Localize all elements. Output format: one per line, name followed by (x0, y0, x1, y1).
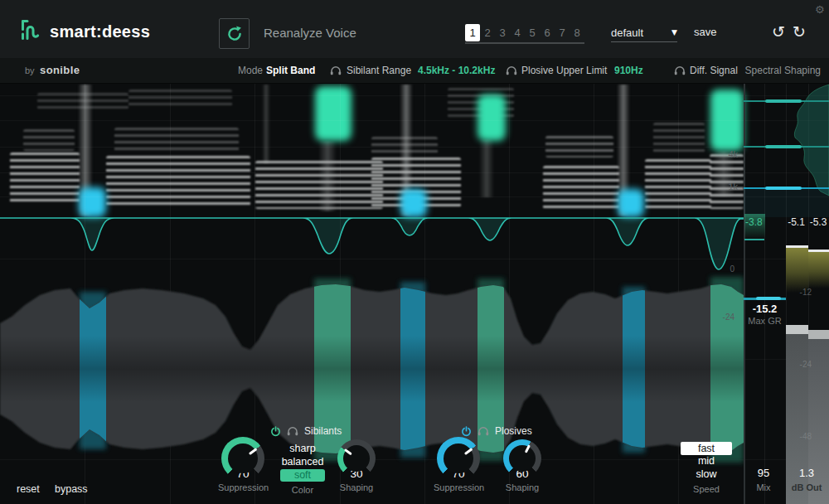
meter-left-value: -5.1 (784, 216, 808, 228)
reset-button[interactable]: reset (17, 483, 40, 495)
app-title: smart:deess (50, 22, 150, 41)
plosives-shaping-label: Shaping (497, 482, 547, 492)
preset-value: default (611, 27, 643, 39)
settings-gear-icon[interactable]: ⚙ (815, 3, 825, 16)
page-tab-3[interactable]: 3 (495, 24, 510, 41)
sibilant-highlight (315, 86, 351, 141)
plosives-shaping-knob[interactable] (503, 439, 541, 477)
diff-signal-label[interactable]: Diff. Signal (690, 65, 738, 76)
mode-label: Mode (238, 65, 263, 76)
by-label: by (25, 65, 35, 75)
page-tab-7[interactable]: 7 (555, 24, 570, 41)
reanalyze-icon (225, 25, 244, 43)
page-tab-2[interactable]: 2 (480, 24, 495, 41)
plosives-suppression-label: Suppression (434, 482, 483, 492)
meter-left-fill (786, 248, 808, 293)
plosive-limit-label: Plosive Upper Limit (521, 65, 607, 76)
plosive-headphone-icon[interactable] (506, 65, 517, 75)
sibilant-highlight (478, 94, 506, 141)
plosives-listen-icon[interactable] (478, 426, 489, 436)
mix-label: Mix (744, 482, 783, 492)
speed-option-mid[interactable]: mid (679, 455, 734, 468)
max-gr-handle[interactable] (756, 297, 781, 300)
reanalyze-label: Reanalyze Voice (264, 26, 356, 40)
meter-scale-minus12: -12 (792, 288, 812, 297)
db-label-0: 0 (715, 264, 734, 274)
diff-signal-headphone-icon[interactable] (674, 65, 686, 75)
max-gr-value: -15.2 (744, 303, 786, 315)
reanalyze-button[interactable] (219, 18, 250, 49)
max-gr-label: Max GR (744, 316, 786, 326)
page-selector-underline (465, 42, 584, 44)
mode-value[interactable]: Split Band (266, 65, 315, 76)
page-tab-6[interactable]: 6 (540, 24, 555, 41)
sibilants-suppression-label: Suppression (218, 482, 268, 492)
color-option-balanced[interactable]: balanced (275, 456, 330, 469)
page-tab-1[interactable]: 1 (465, 24, 480, 41)
color-option-soft[interactable]: soft (280, 469, 325, 482)
spectral-shaping-label: Spectral Shaping (745, 65, 821, 76)
speed-option-fast[interactable]: fast (681, 442, 732, 455)
sibilants-power-icon[interactable] (270, 426, 281, 437)
output-label: dB Out (786, 482, 827, 492)
color-option-sharp[interactable]: sharp (275, 443, 330, 456)
sibilants-label: Sibilants (304, 425, 342, 437)
save-button[interactable]: save (694, 26, 716, 38)
gr-readout: -3.8 (745, 216, 763, 228)
mix-value[interactable]: 95 (744, 467, 783, 479)
sibilant-headphone-icon[interactable] (330, 65, 342, 75)
info-bar: by sonible Mode Split Band Sibilant Rang… (0, 58, 829, 84)
freq-label-4k: 4k (713, 149, 738, 159)
sibilants-header: Sibilants (270, 425, 342, 437)
shaping-band-mid-handle[interactable] (765, 145, 802, 148)
preset-select[interactable]: default ▼ (611, 23, 677, 42)
speed-label: Speed (679, 483, 734, 497)
sibilants-shaping-knob[interactable] (337, 439, 376, 477)
meter-scale-minus24: -24 (792, 360, 812, 369)
db-label-24: -24 (715, 313, 734, 322)
sonible-logo-icon (19, 18, 44, 41)
redo-button[interactable]: ↻ (793, 22, 806, 41)
sibilants-suppression-control: 70 Suppression (218, 437, 268, 492)
sibilant-range-value[interactable]: 4.5kHz - 10.2kHz (418, 65, 495, 76)
output-value[interactable]: 1.3 (786, 467, 827, 479)
meter-right-value: -5.3 (807, 216, 829, 228)
chevron-down-icon: ▼ (671, 28, 677, 36)
page-tab-8[interactable]: 8 (570, 24, 584, 41)
plosives-suppression-knob[interactable] (437, 437, 480, 480)
bypass-button[interactable]: bypass (55, 483, 88, 495)
plosives-suppression-control: 70 Suppression (434, 437, 483, 492)
undo-button[interactable]: ↺ (772, 22, 785, 41)
sibilant-range-label: Sibilant Range (347, 65, 411, 76)
brand-name: sonible (40, 64, 80, 76)
page-tab-4[interactable]: 4 (510, 24, 525, 41)
gain-reduction-trace (0, 211, 744, 278)
sibilants-color-selector: sharp balanced soft Color (275, 443, 330, 497)
plosives-power-icon[interactable] (461, 426, 472, 437)
plosives-header: Plosives (461, 425, 532, 437)
freq-label-1k: 1k (713, 182, 738, 191)
shaping-band-high-handle[interactable] (765, 99, 802, 103)
plosives-shaping-control: 60 Shaping (497, 439, 547, 492)
sibilants-listen-icon[interactable] (287, 426, 298, 436)
page-selector: 1 2 3 4 5 6 7 8 (465, 24, 584, 41)
color-label: Color (275, 484, 330, 497)
plosive-limit-value[interactable]: 910Hz (614, 65, 643, 76)
plosives-label: Plosives (495, 425, 532, 437)
speed-option-slow[interactable]: slow (679, 468, 734, 482)
smart-deess-plugin-window: smart:deess Reanalyze Voice 1 2 3 4 5 6 … (0, 0, 829, 504)
header-bar: smart:deess Reanalyze Voice 1 2 3 4 5 6 … (0, 0, 829, 58)
sibilants-suppression-knob[interactable] (221, 437, 264, 480)
page-tab-5[interactable]: 5 (525, 24, 540, 41)
sibilants-shaping-label: Shaping (332, 482, 381, 492)
meter-right-fill (808, 252, 829, 288)
speed-selector: fast mid slow Speed (679, 442, 734, 497)
meter-scale-minus48: -48 (792, 432, 812, 441)
sibilants-shaping-control: 30 Shaping (332, 439, 381, 492)
